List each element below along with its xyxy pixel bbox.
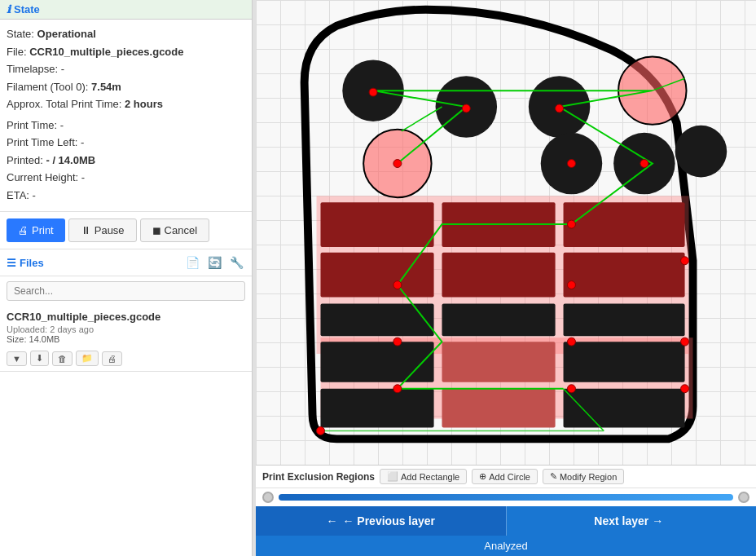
add-rectangle-button[interactable]: ⬜ Add Rectangle: [380, 469, 467, 484]
printer-icon: 🖨: [18, 224, 29, 236]
wp-15: [568, 385, 576, 393]
printed-row: Printed: - / 14.0MB: [7, 152, 245, 169]
state-label: State:: [7, 28, 34, 40]
canvas-svg: [256, 0, 756, 465]
action-buttons: 🖨 Print ⏸ Pause ◼ Cancel: [0, 212, 252, 249]
wp-3: [556, 104, 564, 113]
timelapse-label: Timelapse:: [7, 63, 58, 75]
current-height-row: Current Height: -: [7, 170, 245, 186]
refresh-button[interactable]: 🔄: [206, 254, 223, 271]
file-item: CCR10_multiple_pieces.gcode Uploaded: 2 …: [0, 306, 252, 372]
wp-14: [393, 385, 402, 393]
wp-9: [568, 281, 576, 289]
delete-button[interactable]: 🗑: [52, 351, 73, 366]
black-rect-6: [320, 389, 433, 428]
pause-button[interactable]: ⏸ Pause: [68, 218, 137, 242]
eta-row: ETA: -: [7, 188, 245, 204]
dark-rect-6: [564, 253, 685, 298]
print-time-value: -: [60, 119, 64, 131]
canvas-area[interactable]: [256, 0, 756, 465]
prev-layer-label: ← Previous layer: [342, 514, 435, 527]
print-time-label: Print Time:: [7, 119, 57, 131]
printed-label: Printed:: [7, 154, 43, 166]
wp-6: [640, 160, 648, 168]
filament-label: Filament (Tool 0):: [7, 81, 88, 93]
circle-icon: ⊕: [479, 471, 486, 482]
wp-4: [393, 160, 402, 168]
rect-icon: ⬜: [387, 471, 398, 482]
circle-8: [675, 126, 727, 178]
arrow-left-icon: ←: [326, 514, 337, 527]
stop-icon: ◼: [152, 224, 161, 236]
current-height-value: -: [81, 171, 85, 183]
timelapse-row: Timelapse: -: [7, 61, 245, 77]
pause-icon: ⏸: [81, 224, 91, 236]
info-section: State: Operational File: CCR10_multiple_…: [0, 20, 252, 212]
nav-buttons: ← ← Previous layer Next layer →: [256, 506, 756, 536]
exclusion-label: Print Exclusion Regions: [262, 471, 375, 483]
download-button[interactable]: ⬇: [30, 351, 49, 366]
filament-value: 7.54m: [91, 81, 121, 93]
state-header-label: State: [14, 3, 40, 15]
cancel-label: Cancel: [165, 224, 197, 236]
print-time-left-label: Print Time Left:: [7, 136, 77, 148]
right-panel: Print Exclusion Regions ⬜ Add Rectangle …: [256, 0, 756, 556]
print-label: Print: [32, 224, 54, 236]
eta-value: -: [33, 189, 36, 201]
cancel-button[interactable]: ◼ Cancel: [140, 218, 209, 242]
print-time-left-row: Print Time Left: -: [7, 135, 245, 151]
wp-16: [681, 385, 689, 393]
state-header: ℹ State: [0, 0, 252, 20]
pause-label: Pause: [94, 224, 125, 236]
printed-value: - / 14.0MB: [46, 154, 95, 166]
settings-button[interactable]: 🔧: [228, 254, 245, 271]
modify-region-button[interactable]: ✎ Modify Region: [543, 469, 624, 484]
current-height-label: Current Height:: [7, 171, 78, 183]
wp-1: [369, 88, 377, 96]
bottom-controls: Print Exclusion Regions ⬜ Add Rectangle …: [256, 465, 756, 556]
modify-region-label: Modify Region: [560, 472, 617, 482]
search-input[interactable]: [7, 281, 245, 301]
state-value-bold: Operational: [37, 28, 96, 40]
files-label: Files: [20, 257, 44, 269]
add-circle-label: Add Circle: [489, 472, 530, 482]
status-label: Analyzed: [484, 540, 527, 552]
wp-5: [568, 160, 576, 168]
print-button[interactable]: 🖨 Print: [7, 218, 65, 242]
pink-rect-bottom-mid2: [442, 389, 556, 428]
approx-row: Approx. Total Print Time: 2 hours: [7, 96, 245, 113]
pink-rect-bottom-mid: [442, 342, 556, 382]
list-icon: ☰: [7, 257, 16, 269]
layer-slider-track[interactable]: [279, 494, 733, 501]
file-uploaded: Uploaded: 2 days ago: [7, 324, 245, 334]
approx-label: Approx. Total Print Time:: [7, 98, 121, 110]
slider-left-handle[interactable]: [262, 492, 274, 503]
wp-12: [568, 338, 576, 346]
files-header: ☰ Files 📄 🔄 🔧: [0, 249, 252, 276]
add-circle-button[interactable]: ⊕ Add Circle: [472, 469, 538, 484]
file-actions: ▼ ⬇ 🗑 📁 🖨: [7, 347, 245, 366]
files-link[interactable]: ☰ Files: [7, 257, 179, 269]
black-rect-2: [442, 303, 556, 336]
wp-11: [393, 338, 402, 346]
black-rect-3: [564, 303, 685, 336]
prev-layer-button[interactable]: ← ← Previous layer: [256, 506, 506, 536]
print-time-row: Print Time: -: [7, 117, 245, 134]
timelapse-value: -: [61, 63, 64, 75]
download-select-button[interactable]: ▼: [7, 351, 27, 366]
wp-8: [393, 281, 402, 289]
dark-rect-5: [442, 253, 556, 298]
toolpath-line-1: [402, 107, 442, 131]
next-layer-button[interactable]: Next layer →: [506, 506, 757, 536]
edit-icon: ✎: [550, 471, 557, 482]
layer-slider-row: [256, 488, 756, 506]
slider-right-handle[interactable]: [738, 492, 749, 503]
info-icon: ℹ: [7, 3, 11, 15]
print-file-button[interactable]: 🖨: [102, 351, 122, 366]
new-file-button[interactable]: 📄: [184, 254, 201, 271]
search-box: [7, 281, 245, 301]
folder-button[interactable]: 📁: [76, 351, 99, 366]
print-time-left-value: -: [81, 136, 84, 148]
dark-rect-1: [320, 202, 433, 247]
file-size: Size: 14.0MB: [7, 334, 245, 344]
